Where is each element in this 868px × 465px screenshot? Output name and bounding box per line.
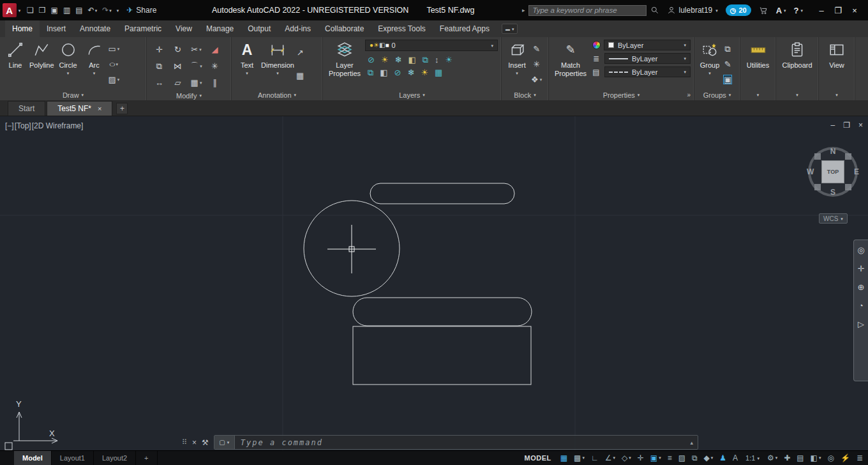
command-bar-grip[interactable]: ⠿ [182, 438, 187, 446]
command-customize-wrench-icon[interactable]: ⚒ [202, 438, 209, 447]
layer-walk-icon[interactable]: ⊘ [394, 68, 401, 77]
viewcube-corner[interactable] [845, 153, 851, 160]
zoom-icon[interactable]: ⊕ [858, 282, 865, 292]
mirror-icon[interactable]: ⋈ [174, 62, 182, 70]
object-snap-icon[interactable]: ▣▾ [647, 451, 664, 465]
lineweight-display-icon[interactable]: ≡ [664, 451, 675, 465]
match-properties-button[interactable]: ✎ Match Properties [552, 39, 589, 89]
close-button[interactable]: × [846, 2, 863, 19]
panel-label-groups[interactable]: Groups ▾ [694, 89, 740, 100]
tab-express-tools[interactable]: Express Tools [371, 20, 432, 37]
ortho-mode-icon[interactable]: ∟ [588, 451, 602, 465]
lock-ui-icon[interactable]: ◧▾ [807, 451, 825, 465]
save-as-button[interactable]: ▥ [61, 3, 73, 18]
viewcube-east[interactable]: E [854, 167, 859, 176]
line-button[interactable]: Line [3, 39, 27, 89]
viewcube-west[interactable]: W [807, 167, 814, 176]
layer-copy-objects-icon[interactable]: ⧉ [368, 68, 373, 77]
copy-icon[interactable]: ⧉ [156, 62, 162, 70]
dimension-button[interactable]: Dimension ▾ [261, 39, 294, 89]
explode-icon[interactable]: ✳ [211, 62, 218, 70]
viewport-view-control[interactable]: [Top] [15, 121, 31, 130]
grid-display-icon[interactable]: ▦ [557, 451, 571, 465]
quick-properties-icon[interactable]: ▤ [793, 451, 807, 465]
array-icon[interactable]: ▦▾ [191, 79, 202, 87]
autodesk-app-button[interactable]: A ▾ [772, 6, 790, 15]
move-icon[interactable]: ✛ [156, 45, 163, 54]
layer-lock-tool-icon[interactable]: ◧ [408, 56, 415, 64]
panel-label-clipboard[interactable]: ▾ [776, 89, 818, 100]
layer-merge-icon[interactable]: ▦ [435, 68, 442, 77]
tab-output[interactable]: Output [241, 20, 278, 37]
viewport-visual-style-control[interactable]: [2D Wireframe] [32, 121, 84, 130]
panel-label-draw[interactable]: Draw ▾ [0, 89, 146, 100]
lineweight-dropdown[interactable]: ByLayer ▾ [604, 53, 691, 64]
properties-dialog-launcher[interactable]: » [687, 91, 691, 98]
viewcube-south[interactable]: S [830, 188, 835, 197]
text-button[interactable]: A Text ▾ [235, 39, 259, 89]
layer-lock-icon[interactable]: ◧ [379, 42, 385, 49]
hatch-icon[interactable]: ▨▾ [108, 75, 120, 84]
viewcube-corner[interactable] [814, 153, 821, 160]
insert-block-button[interactable]: Insert ▾ [505, 39, 529, 89]
block-edit-icon[interactable]: ✎ [531, 45, 542, 53]
graphics-performance-icon[interactable]: ⚡ [837, 451, 853, 465]
view-panel-button[interactable]: View [825, 39, 849, 89]
help-search-input[interactable]: Type a keyword or phrase [528, 5, 647, 16]
group-selection-icon[interactable]: ▣ [724, 75, 731, 84]
layer-on-all-icon[interactable]: ☀ [445, 56, 453, 64]
trial-countdown-button[interactable]: ◷ 20 [726, 4, 751, 16]
open-button[interactable]: ❒ [36, 3, 49, 18]
block-attributes-icon[interactable]: ❖▾ [531, 75, 542, 84]
rectangle-icon[interactable]: ▭▾ [108, 45, 120, 53]
viewcube-north[interactable]: N [830, 147, 836, 156]
tab-collaborate[interactable]: Collaborate [318, 20, 371, 37]
tab-add-ins[interactable]: Add-ins [278, 20, 318, 37]
command-input[interactable]: ▢ ▾ Type a command ▴ [214, 435, 698, 450]
polar-tracking-icon[interactable]: ∠▾ [602, 451, 618, 465]
panel-label-modify[interactable]: Modify ▾ [147, 91, 231, 100]
undo-button[interactable]: ↶▾ [86, 3, 100, 18]
annotation-visibility-icon[interactable]: ♟ [716, 451, 730, 465]
minimize-button[interactable]: – [813, 2, 830, 19]
snap-mode-icon[interactable]: ▩▾ [571, 451, 588, 465]
panel-label-annotation[interactable]: Annotation ▾ [232, 89, 322, 100]
layer-order-icon[interactable]: ↕ [435, 56, 439, 64]
ucs-wcs-dropdown[interactable]: WCS ▾ [819, 213, 848, 224]
isolate-objects-icon[interactable]: ◎ [824, 451, 837, 465]
tab-view[interactable]: View [168, 20, 199, 37]
erase-icon[interactable]: ◢ [212, 45, 218, 54]
panel-label-properties[interactable]: Properties ▾ » [549, 89, 694, 100]
layer-dropdown[interactable]: ●☀◧■ 0 ▾ [365, 40, 498, 51]
layer-properties-button[interactable]: Layer Properties [326, 39, 363, 89]
workspace-switching-icon[interactable]: ⚙▾ [764, 451, 781, 465]
utilities-panel-button[interactable]: Utilities [746, 39, 770, 89]
layer-unlock-icon[interactable]: ◧ [380, 68, 387, 77]
multileader-icon[interactable]: ↗ [296, 49, 304, 57]
table-icon[interactable]: ▦ [296, 72, 304, 80]
linetype-dropdown[interactable]: ByLayer ▾ [604, 66, 691, 77]
save-button[interactable]: ▣ [49, 3, 61, 18]
file-tab-test5[interactable]: Test5 NF* × [47, 101, 112, 116]
offset-icon[interactable]: ∥ [213, 79, 217, 87]
ungroup-icon[interactable]: ⧉ [724, 45, 731, 53]
circle-button[interactable]: Circle ▾ [56, 39, 80, 89]
new-drawing-button[interactable]: ❏ [24, 3, 36, 18]
command-recent-button[interactable]: ▢ ▾ [214, 436, 235, 449]
layer-vp-freeze-icon[interactable]: ☀ [421, 68, 428, 77]
ribbon-display-toggle[interactable]: ▬ ▾ [502, 24, 518, 34]
tab-annotate[interactable]: Annotate [73, 20, 117, 37]
tab-home[interactable]: Home [5, 20, 40, 37]
tab-parametric[interactable]: Parametric [117, 20, 168, 37]
annotation-scale-button[interactable]: 1:1 ▾ [741, 454, 764, 462]
viewport-minimize-button[interactable]: – [831, 121, 835, 130]
panel-label-layers[interactable]: Layers ▾ [323, 89, 501, 100]
viewcube-corner[interactable] [845, 184, 851, 190]
group-edit-icon[interactable]: ✎ [724, 60, 731, 68]
share-button[interactable]: ✈ Share [126, 6, 156, 15]
viewcube-top-face[interactable]: TOP [821, 160, 844, 183]
model-space-button[interactable]: MODEL [519, 454, 557, 462]
3d-object-snap-icon[interactable]: ◆▾ [701, 451, 717, 465]
viewport-restore-button[interactable]: ❐ [843, 121, 850, 130]
viewcube-corner[interactable] [814, 184, 821, 190]
